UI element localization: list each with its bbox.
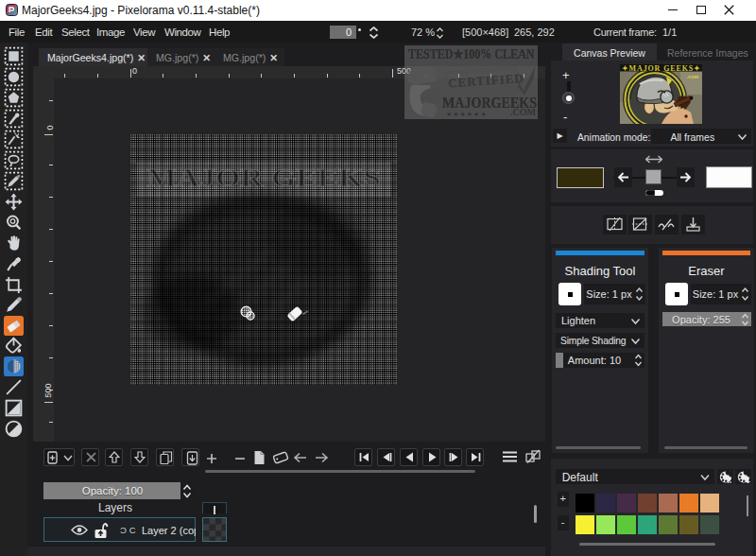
- svg-text:.com: .com: [687, 74, 699, 79]
- svg-text:MAJOR GEEKS: MAJOR GEEKS: [146, 164, 381, 192]
- svg-text:✦MAJOR GEEKS✦: ✦MAJOR GEEKS✦: [622, 64, 700, 73]
